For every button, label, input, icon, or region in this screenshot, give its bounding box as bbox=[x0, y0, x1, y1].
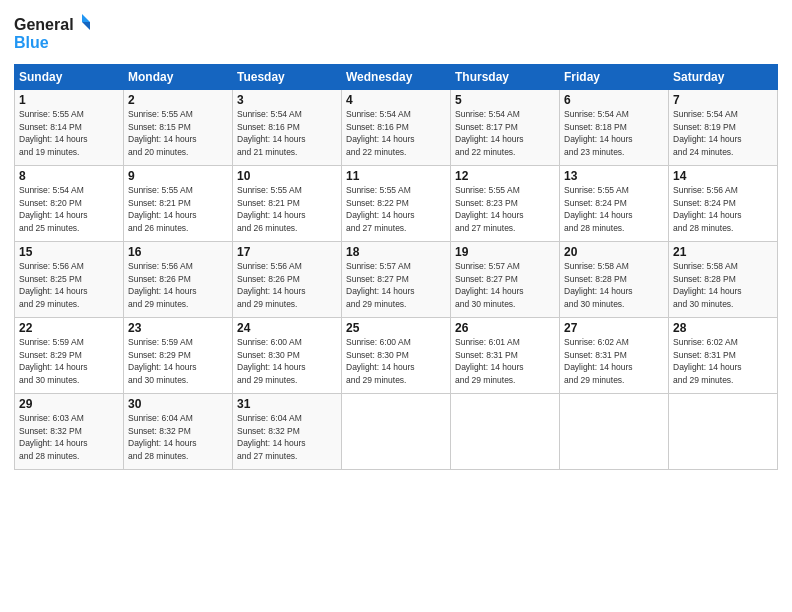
day-cell: 15 Sunrise: 5:56 AMSunset: 8:25 PMDaylig… bbox=[15, 242, 124, 318]
day-cell: 14 Sunrise: 5:56 AMSunset: 8:24 PMDaylig… bbox=[669, 166, 778, 242]
day-number: 5 bbox=[455, 93, 555, 107]
day-number: 11 bbox=[346, 169, 446, 183]
day-detail: Sunrise: 5:57 AMSunset: 8:27 PMDaylight:… bbox=[346, 261, 415, 308]
header-day-wednesday: Wednesday bbox=[342, 65, 451, 90]
day-detail: Sunrise: 6:04 AMSunset: 8:32 PMDaylight:… bbox=[128, 413, 197, 460]
day-number: 27 bbox=[564, 321, 664, 335]
day-detail: Sunrise: 5:55 AMSunset: 8:23 PMDaylight:… bbox=[455, 185, 524, 232]
day-number: 26 bbox=[455, 321, 555, 335]
day-cell: 30 Sunrise: 6:04 AMSunset: 8:32 PMDaylig… bbox=[124, 394, 233, 470]
day-number: 18 bbox=[346, 245, 446, 259]
svg-marker-3 bbox=[82, 22, 90, 30]
header-day-monday: Monday bbox=[124, 65, 233, 90]
day-cell: 20 Sunrise: 5:58 AMSunset: 8:28 PMDaylig… bbox=[560, 242, 669, 318]
day-detail: Sunrise: 6:02 AMSunset: 8:31 PMDaylight:… bbox=[564, 337, 633, 384]
week-row-1: 1 Sunrise: 5:55 AMSunset: 8:14 PMDayligh… bbox=[15, 90, 778, 166]
day-number: 30 bbox=[128, 397, 228, 411]
header-day-tuesday: Tuesday bbox=[233, 65, 342, 90]
day-detail: Sunrise: 5:56 AMSunset: 8:25 PMDaylight:… bbox=[19, 261, 88, 308]
day-detail: Sunrise: 6:03 AMSunset: 8:32 PMDaylight:… bbox=[19, 413, 88, 460]
day-number: 1 bbox=[19, 93, 119, 107]
day-detail: Sunrise: 5:55 AMSunset: 8:21 PMDaylight:… bbox=[237, 185, 306, 232]
day-number: 2 bbox=[128, 93, 228, 107]
day-cell: 25 Sunrise: 6:00 AMSunset: 8:30 PMDaylig… bbox=[342, 318, 451, 394]
day-detail: Sunrise: 5:54 AMSunset: 8:20 PMDaylight:… bbox=[19, 185, 88, 232]
day-number: 19 bbox=[455, 245, 555, 259]
header-day-thursday: Thursday bbox=[451, 65, 560, 90]
day-cell: 17 Sunrise: 5:56 AMSunset: 8:26 PMDaylig… bbox=[233, 242, 342, 318]
day-number: 13 bbox=[564, 169, 664, 183]
day-detail: Sunrise: 5:59 AMSunset: 8:29 PMDaylight:… bbox=[128, 337, 197, 384]
header: General Blue bbox=[14, 10, 778, 58]
day-cell bbox=[560, 394, 669, 470]
day-number: 16 bbox=[128, 245, 228, 259]
day-detail: Sunrise: 5:58 AMSunset: 8:28 PMDaylight:… bbox=[564, 261, 633, 308]
calendar-table: SundayMondayTuesdayWednesdayThursdayFrid… bbox=[14, 64, 778, 470]
day-cell: 5 Sunrise: 5:54 AMSunset: 8:17 PMDayligh… bbox=[451, 90, 560, 166]
day-cell: 29 Sunrise: 6:03 AMSunset: 8:32 PMDaylig… bbox=[15, 394, 124, 470]
day-detail: Sunrise: 6:00 AMSunset: 8:30 PMDaylight:… bbox=[237, 337, 306, 384]
day-detail: Sunrise: 5:54 AMSunset: 8:19 PMDaylight:… bbox=[673, 109, 742, 156]
day-number: 29 bbox=[19, 397, 119, 411]
day-number: 8 bbox=[19, 169, 119, 183]
day-detail: Sunrise: 5:54 AMSunset: 8:16 PMDaylight:… bbox=[346, 109, 415, 156]
day-number: 9 bbox=[128, 169, 228, 183]
day-detail: Sunrise: 5:56 AMSunset: 8:24 PMDaylight:… bbox=[673, 185, 742, 232]
day-cell: 4 Sunrise: 5:54 AMSunset: 8:16 PMDayligh… bbox=[342, 90, 451, 166]
day-number: 31 bbox=[237, 397, 337, 411]
day-number: 10 bbox=[237, 169, 337, 183]
day-number: 17 bbox=[237, 245, 337, 259]
day-cell bbox=[669, 394, 778, 470]
svg-text:General: General bbox=[14, 16, 74, 33]
day-cell: 1 Sunrise: 5:55 AMSunset: 8:14 PMDayligh… bbox=[15, 90, 124, 166]
day-detail: Sunrise: 5:55 AMSunset: 8:14 PMDaylight:… bbox=[19, 109, 88, 156]
day-detail: Sunrise: 6:01 AMSunset: 8:31 PMDaylight:… bbox=[455, 337, 524, 384]
header-day-friday: Friday bbox=[560, 65, 669, 90]
logo-text: General Blue bbox=[14, 12, 94, 58]
week-row-2: 8 Sunrise: 5:54 AMSunset: 8:20 PMDayligh… bbox=[15, 166, 778, 242]
day-number: 12 bbox=[455, 169, 555, 183]
week-row-4: 22 Sunrise: 5:59 AMSunset: 8:29 PMDaylig… bbox=[15, 318, 778, 394]
day-detail: Sunrise: 5:55 AMSunset: 8:15 PMDaylight:… bbox=[128, 109, 197, 156]
day-detail: Sunrise: 5:54 AMSunset: 8:17 PMDaylight:… bbox=[455, 109, 524, 156]
day-number: 3 bbox=[237, 93, 337, 107]
day-detail: Sunrise: 5:56 AMSunset: 8:26 PMDaylight:… bbox=[128, 261, 197, 308]
header-row: SundayMondayTuesdayWednesdayThursdayFrid… bbox=[15, 65, 778, 90]
day-cell: 21 Sunrise: 5:58 AMSunset: 8:28 PMDaylig… bbox=[669, 242, 778, 318]
day-detail: Sunrise: 6:04 AMSunset: 8:32 PMDaylight:… bbox=[237, 413, 306, 460]
day-detail: Sunrise: 5:54 AMSunset: 8:16 PMDaylight:… bbox=[237, 109, 306, 156]
day-detail: Sunrise: 5:55 AMSunset: 8:21 PMDaylight:… bbox=[128, 185, 197, 232]
day-detail: Sunrise: 5:55 AMSunset: 8:24 PMDaylight:… bbox=[564, 185, 633, 232]
day-cell: 16 Sunrise: 5:56 AMSunset: 8:26 PMDaylig… bbox=[124, 242, 233, 318]
day-cell: 19 Sunrise: 5:57 AMSunset: 8:27 PMDaylig… bbox=[451, 242, 560, 318]
day-cell: 22 Sunrise: 5:59 AMSunset: 8:29 PMDaylig… bbox=[15, 318, 124, 394]
day-detail: Sunrise: 6:02 AMSunset: 8:31 PMDaylight:… bbox=[673, 337, 742, 384]
day-detail: Sunrise: 5:54 AMSunset: 8:18 PMDaylight:… bbox=[564, 109, 633, 156]
day-cell: 31 Sunrise: 6:04 AMSunset: 8:32 PMDaylig… bbox=[233, 394, 342, 470]
day-number: 22 bbox=[19, 321, 119, 335]
svg-marker-2 bbox=[82, 14, 90, 22]
day-detail: Sunrise: 5:57 AMSunset: 8:27 PMDaylight:… bbox=[455, 261, 524, 308]
day-detail: Sunrise: 5:59 AMSunset: 8:29 PMDaylight:… bbox=[19, 337, 88, 384]
day-cell: 9 Sunrise: 5:55 AMSunset: 8:21 PMDayligh… bbox=[124, 166, 233, 242]
day-cell: 24 Sunrise: 6:00 AMSunset: 8:30 PMDaylig… bbox=[233, 318, 342, 394]
day-cell: 7 Sunrise: 5:54 AMSunset: 8:19 PMDayligh… bbox=[669, 90, 778, 166]
day-number: 15 bbox=[19, 245, 119, 259]
day-detail: Sunrise: 5:58 AMSunset: 8:28 PMDaylight:… bbox=[673, 261, 742, 308]
day-cell: 2 Sunrise: 5:55 AMSunset: 8:15 PMDayligh… bbox=[124, 90, 233, 166]
day-cell bbox=[451, 394, 560, 470]
day-cell: 6 Sunrise: 5:54 AMSunset: 8:18 PMDayligh… bbox=[560, 90, 669, 166]
day-number: 25 bbox=[346, 321, 446, 335]
day-cell: 13 Sunrise: 5:55 AMSunset: 8:24 PMDaylig… bbox=[560, 166, 669, 242]
header-day-saturday: Saturday bbox=[669, 65, 778, 90]
day-detail: Sunrise: 5:55 AMSunset: 8:22 PMDaylight:… bbox=[346, 185, 415, 232]
day-number: 21 bbox=[673, 245, 773, 259]
week-row-5: 29 Sunrise: 6:03 AMSunset: 8:32 PMDaylig… bbox=[15, 394, 778, 470]
logo: General Blue bbox=[14, 12, 94, 58]
day-number: 23 bbox=[128, 321, 228, 335]
week-row-3: 15 Sunrise: 5:56 AMSunset: 8:25 PMDaylig… bbox=[15, 242, 778, 318]
day-cell: 12 Sunrise: 5:55 AMSunset: 8:23 PMDaylig… bbox=[451, 166, 560, 242]
day-number: 14 bbox=[673, 169, 773, 183]
day-number: 4 bbox=[346, 93, 446, 107]
day-cell: 10 Sunrise: 5:55 AMSunset: 8:21 PMDaylig… bbox=[233, 166, 342, 242]
